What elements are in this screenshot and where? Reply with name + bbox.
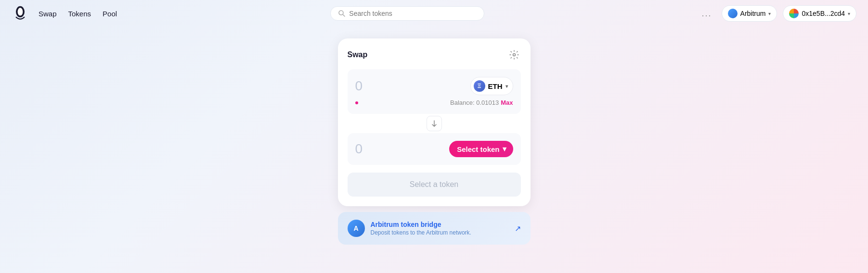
more-button[interactable]: ... [698, 7, 716, 21]
from-token-chevron-icon: ▾ [505, 84, 508, 89]
from-token-selector[interactable]: Ξ ETH ▾ [470, 77, 513, 95]
wallet-button[interactable]: 0x1e5B...2cd4 ▾ [783, 5, 856, 22]
select-token-chevron-icon: ▾ [503, 145, 506, 153]
network-button[interactable]: Arbitrum ▾ [722, 5, 777, 22]
bridge-subtitle: Deposit tokens to the Arbitrum network. [371, 229, 509, 236]
nav-links: Swap Tokens Pool [39, 10, 117, 18]
from-token-box: 0 Ξ ETH ▾ Balance: 0.01013 Max [348, 69, 521, 114]
from-token-balance-row: Balance: 0.01013 Max [355, 99, 513, 106]
from-token-input-row: 0 Ξ ETH ▾ [355, 77, 513, 95]
network-label: Arbitrum [740, 10, 766, 17]
swap-card: Swap 0 Ξ ETH ▾ Balance: 0.01013 [338, 38, 531, 206]
action-button[interactable]: Select a token [348, 173, 521, 197]
balance-dot-icon [355, 101, 358, 104]
bridge-external-link-icon[interactable]: ↗ [515, 224, 521, 233]
header: Swap Tokens Pool ... Arbitrum ▾ 0x1e5B..… [0, 0, 868, 27]
max-button[interactable]: Max [501, 99, 513, 106]
to-token-input-row: 0 Select token ▾ [355, 141, 513, 157]
bridge-icon: A [348, 220, 365, 237]
search-bar [330, 6, 484, 21]
svg-point-1 [18, 8, 23, 15]
select-token-button[interactable]: Select token ▾ [449, 141, 513, 157]
settings-button[interactable] [507, 48, 521, 62]
from-token-symbol: ETH [488, 82, 503, 90]
settings-icon [509, 50, 519, 60]
swap-direction-button[interactable] [427, 116, 442, 131]
search-input[interactable] [349, 10, 476, 17]
header-center [117, 6, 698, 21]
logo-icon [12, 5, 29, 22]
search-icon [338, 10, 345, 17]
network-icon [728, 9, 738, 18]
bridge-text: Arbitrum token bridge Deposit tokens to … [371, 221, 509, 236]
nav-item-pool[interactable]: Pool [103, 10, 117, 18]
svg-point-3 [513, 54, 515, 56]
swap-card-header: Swap [348, 48, 521, 62]
swap-card-title: Swap [348, 50, 368, 59]
nav-item-tokens[interactable]: Tokens [68, 10, 91, 18]
svg-point-2 [339, 11, 343, 15]
bridge-title: Arbitrum token bridge [371, 221, 509, 228]
to-token-box: 0 Select token ▾ [348, 133, 521, 165]
wallet-avatar-icon [789, 9, 799, 18]
header-right: ... Arbitrum ▾ 0x1e5B...2cd4 ▾ [698, 5, 856, 22]
eth-icon: Ξ [474, 80, 485, 92]
nav-item-swap[interactable]: Swap [39, 10, 57, 18]
network-chevron-icon: ▾ [768, 11, 771, 16]
wallet-chevron-icon: ▾ [848, 11, 850, 16]
to-token-amount: 0 [355, 141, 363, 157]
wallet-address: 0x1e5B...2cd4 [802, 10, 845, 17]
from-token-amount: 0 [355, 78, 363, 94]
from-token-balance: Balance: 0.01013 [450, 99, 499, 106]
swap-arrow-wrapper [348, 116, 521, 131]
swap-arrow-icon [431, 120, 438, 127]
bridge-banner: A Arbitrum token bridge Deposit tokens t… [338, 212, 531, 245]
select-token-label: Select token [457, 145, 499, 153]
main-content: Swap 0 Ξ ETH ▾ Balance: 0.01013 [0, 27, 868, 245]
